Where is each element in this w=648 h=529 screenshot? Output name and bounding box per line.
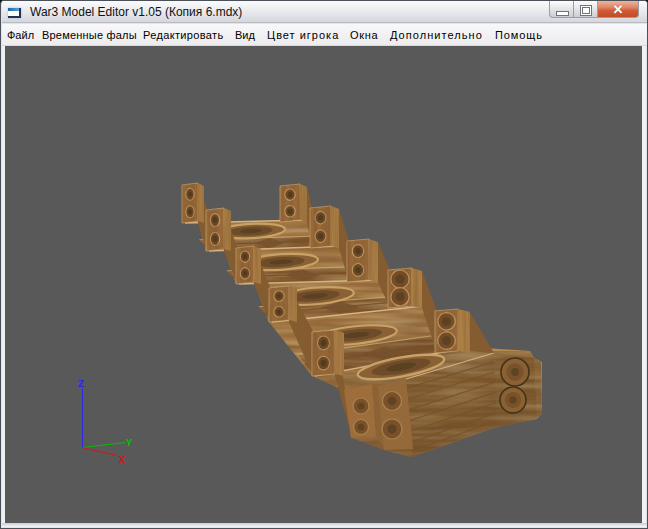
svg-text:X: X xyxy=(119,454,126,466)
svg-text:Y: Y xyxy=(126,437,133,449)
svg-text:Z: Z xyxy=(78,378,85,390)
